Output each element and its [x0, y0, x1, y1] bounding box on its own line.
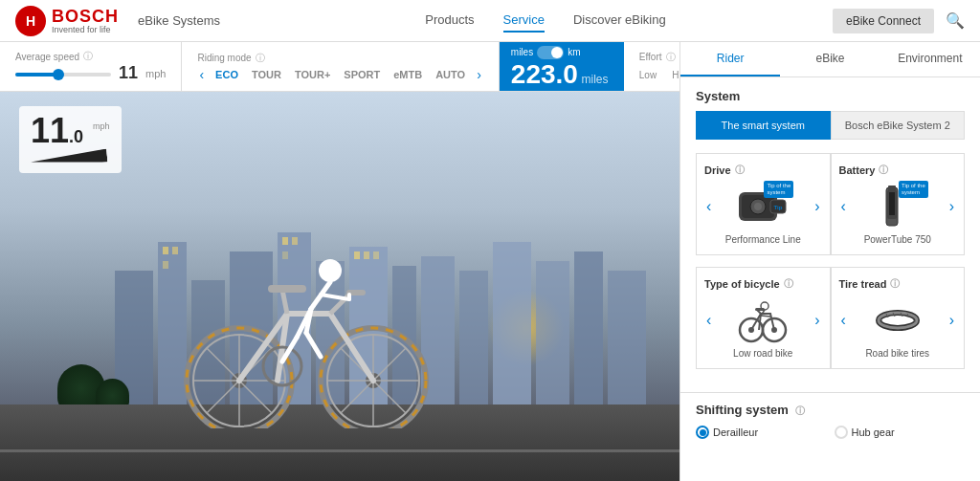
svg-line-39 [282, 290, 287, 314]
nav-discover[interactable]: Discover eBiking [573, 9, 666, 33]
svg-rect-9 [459, 271, 488, 404]
tire-prev-arrow[interactable]: ‹ [839, 312, 848, 329]
brand-name: BOSCH [52, 8, 119, 25]
bike-type-image [734, 296, 791, 344]
svg-point-44 [319, 259, 342, 282]
ebike-connect-button[interactable]: eBike Connect [833, 9, 934, 33]
bike-type-title: Type of bicycle ⓘ [704, 277, 822, 291]
tire-svg [869, 296, 926, 344]
shifting-info-icon[interactable]: ⓘ [795, 405, 805, 416]
battery-badge: Tip of thesystem [899, 181, 928, 198]
svg-line-46 [321, 295, 349, 299]
search-button[interactable]: 🔍 [946, 11, 965, 30]
mode-tourplus[interactable]: TOUR+ [291, 67, 334, 82]
riding-mode-section: Riding mode ⓘ ‹ ECO TOUR TOUR+ SPORT eMT… [182, 42, 499, 91]
main-nav: Products Service Discover eBiking [258, 9, 833, 33]
riding-mode-info-icon[interactable]: ⓘ [256, 52, 265, 65]
derailleur-radio[interactable] [696, 426, 709, 439]
left-panel: Average speed ⓘ 11 mph Riding mode ⓘ [0, 42, 679, 481]
speed-unit: mph [145, 68, 166, 79]
battery-info-icon[interactable]: ⓘ [879, 164, 888, 177]
tire-image [869, 296, 926, 344]
road-line [0, 449, 679, 452]
battery-prev-arrow[interactable]: ‹ [839, 198, 848, 215]
battery-next-arrow[interactable]: › [947, 198, 956, 215]
header-right: eBike Connect 🔍 [833, 9, 965, 33]
svg-rect-13 [608, 271, 646, 404]
battery-image: Tip of the system Tip of thesystem [869, 183, 926, 230]
system-buttons: The smart system Bosch eBike System 2 [696, 111, 965, 140]
bike-type-next-arrow[interactable]: › [813, 312, 821, 329]
mode-eco[interactable]: ECO [212, 67, 242, 82]
shifting-title: Shifting system ⓘ [696, 403, 965, 418]
speedo-needle-area [31, 152, 110, 165]
mode-emtb[interactable]: eMTB [390, 67, 426, 82]
drive-next-arrow[interactable]: › [813, 198, 821, 215]
speed-slider-row: 11 mph [15, 63, 166, 83]
bike-type-nav: ‹ [704, 296, 822, 344]
range-unit: miles [582, 73, 609, 86]
mode-prev-arrow[interactable]: ‹ [197, 67, 206, 82]
svg-point-55 [754, 203, 762, 210]
svg-rect-40 [268, 285, 306, 293]
right-panel: Rider eBike Environment System The smart… [679, 42, 980, 481]
mode-next-arrow[interactable]: › [475, 67, 483, 82]
mode-tour[interactable]: TOUR [248, 67, 285, 82]
range-value: 223.0 [511, 59, 578, 89]
tire-nav: ‹ [839, 296, 957, 344]
battery-label: PowerTube 750 [839, 234, 957, 245]
mode-auto[interactable]: AUTO [432, 67, 469, 82]
bike-type-prev-arrow[interactable]: ‹ [704, 312, 713, 329]
speed-slider[interactable] [15, 73, 111, 77]
derailleur-option[interactable]: Derailleur [696, 426, 827, 439]
tab-environment[interactable]: Environment [880, 42, 980, 77]
range-value-row: 223.0 miles [511, 61, 612, 88]
range-unit-toggle[interactable] [537, 46, 564, 59]
tire-item-label: Road bike tires [839, 348, 957, 359]
bike-type-info-icon[interactable]: ⓘ [784, 277, 793, 291]
range-section: miles km 223.0 miles [500, 42, 624, 91]
drive-prev-arrow[interactable]: ‹ [704, 198, 713, 215]
tab-rider[interactable]: Rider [680, 42, 780, 77]
hub-gear-radio[interactable] [835, 426, 848, 439]
avg-speed-info-icon[interactable]: ⓘ [83, 50, 93, 63]
header: H BOSCH Invented for life eBike Systems … [0, 0, 980, 42]
nav-service[interactable]: Service [503, 9, 545, 33]
tabs-row: Rider eBike Environment [680, 42, 980, 77]
svg-line-51 [306, 333, 321, 357]
riding-mode-label: Riding mode ⓘ [197, 52, 482, 65]
bosch-system2-btn[interactable]: Bosch eBike System 2 [831, 111, 966, 140]
svg-rect-12 [574, 251, 603, 404]
nav-products[interactable]: Products [425, 9, 474, 33]
drive-image: Tip Tip of the Tip of thesystem [734, 183, 791, 230]
system-section-title: System [696, 89, 965, 103]
speed-value: 11 [119, 63, 138, 83]
battery-nav: ‹ Tip of the system [839, 183, 957, 230]
brand-tagline: Invented for life [52, 25, 119, 34]
tire-info-icon[interactable]: ⓘ [890, 277, 900, 291]
tab-ebike[interactable]: eBike [780, 42, 880, 77]
mode-row: ‹ ECO TOUR TOUR+ SPORT eMTB AUTO › [197, 67, 482, 82]
range-km-label: km [568, 47, 580, 57]
svg-point-73 [761, 302, 768, 310]
speedo-number: 11.0 [31, 111, 93, 150]
shifting-options-row: Derailleur Hub gear [696, 426, 965, 439]
drive-card: Drive ⓘ ‹ [696, 153, 831, 255]
hub-gear-option[interactable]: Hub gear [835, 426, 966, 439]
bike-illustration [172, 237, 440, 428]
controls-bar: Average speed ⓘ 11 mph Riding mode ⓘ [0, 42, 679, 92]
avg-speed-section: Average speed ⓘ 11 mph [0, 42, 182, 91]
svg-line-75 [761, 316, 770, 317]
mode-sport[interactable]: SPORT [340, 67, 384, 82]
effort-info-icon[interactable]: ⓘ [666, 51, 676, 64]
speedo-unit: mph [93, 121, 110, 131]
svg-rect-14 [163, 247, 168, 254]
smart-system-btn[interactable]: The smart system [696, 111, 831, 140]
tire-next-arrow[interactable]: › [947, 312, 956, 329]
drive-battery-grid: Drive ⓘ ‹ [696, 153, 965, 255]
drive-info-icon[interactable]: ⓘ [735, 164, 745, 177]
svg-text:Tip: Tip [774, 205, 783, 210]
bike-scene-area: 11.0 mph [0, 92, 679, 481]
avg-speed-label: Average speed ⓘ [15, 50, 166, 63]
main-content: Average speed ⓘ 11 mph Riding mode ⓘ [0, 42, 980, 481]
